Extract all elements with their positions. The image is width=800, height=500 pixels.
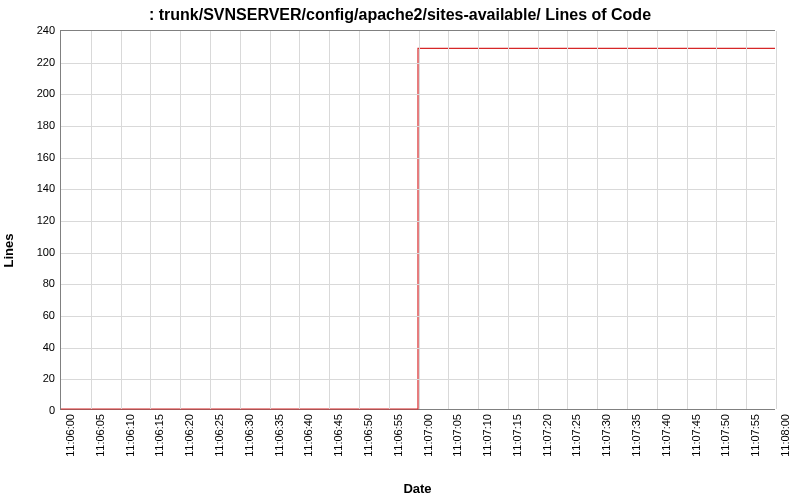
chart-container: : trunk/SVNSERVER/config/apache2/sites-a… [0, 0, 800, 500]
y-tick-label: 200 [20, 87, 55, 99]
x-tick-label: 11:06:50 [362, 414, 374, 457]
x-tick-label: 11:07:15 [511, 414, 523, 457]
gridline-v [657, 31, 658, 409]
gridline-v [240, 31, 241, 409]
x-tick-label: 11:08:00 [779, 414, 791, 457]
x-tick-label: 11:07:50 [719, 414, 731, 457]
y-axis-label-wrap: Lines [0, 0, 18, 500]
x-tick-label: 11:06:15 [153, 414, 165, 457]
gridline-v [329, 31, 330, 409]
gridline-v [776, 31, 777, 409]
x-axis-label: Date [60, 481, 775, 496]
gridline-v [448, 31, 449, 409]
x-tick-label: 11:07:55 [749, 414, 761, 457]
x-tick-label: 11:07:35 [630, 414, 642, 457]
x-tick-label: 11:07:25 [570, 414, 582, 457]
x-tick-label: 11:06:00 [64, 414, 76, 457]
y-tick-label: 160 [20, 151, 55, 163]
chart-title: : trunk/SVNSERVER/config/apache2/sites-a… [0, 6, 800, 24]
gridline-v [687, 31, 688, 409]
gridline-v [150, 31, 151, 409]
x-tick-label: 11:06:35 [273, 414, 285, 457]
gridline-v [419, 31, 420, 409]
x-tick-label: 11:06:05 [94, 414, 106, 457]
gridline-v [478, 31, 479, 409]
x-tick-label: 11:07:05 [451, 414, 463, 457]
x-tick-label: 11:06:30 [243, 414, 255, 457]
x-tick-label: 11:06:40 [302, 414, 314, 457]
gridline-v [746, 31, 747, 409]
x-tick-label: 11:07:40 [660, 414, 672, 457]
x-tick-label: 11:07:20 [541, 414, 553, 457]
x-tick-label: 11:07:10 [481, 414, 493, 457]
gridline-v [91, 31, 92, 409]
x-tick-label: 11:07:00 [422, 414, 434, 457]
gridline-v [180, 31, 181, 409]
x-tick-label: 11:06:20 [183, 414, 195, 457]
gridline-v [270, 31, 271, 409]
x-tick-label: 11:06:55 [392, 414, 404, 457]
y-tick-label: 140 [20, 182, 55, 194]
y-tick-label: 80 [20, 277, 55, 289]
gridline-v [597, 31, 598, 409]
gridline-v [210, 31, 211, 409]
plot-area [60, 30, 775, 410]
gridline-v [716, 31, 717, 409]
y-tick-label: 180 [20, 119, 55, 131]
gridline-v [538, 31, 539, 409]
y-tick-label: 100 [20, 246, 55, 258]
gridline-v [627, 31, 628, 409]
x-tick-label: 11:07:45 [690, 414, 702, 457]
gridline-v [121, 31, 122, 409]
y-tick-label: 220 [20, 56, 55, 68]
x-tick-label: 11:06:25 [213, 414, 225, 457]
gridline-v [299, 31, 300, 409]
gridline-v [389, 31, 390, 409]
x-tick-label: 11:06:45 [332, 414, 344, 457]
y-tick-label: 20 [20, 372, 55, 384]
y-tick-label: 40 [20, 341, 55, 353]
x-tick-label: 11:07:30 [600, 414, 612, 457]
gridline-v [508, 31, 509, 409]
y-tick-label: 240 [20, 24, 55, 36]
gridline-v [359, 31, 360, 409]
y-tick-label: 120 [20, 214, 55, 226]
y-axis-label: Lines [2, 233, 17, 267]
y-tick-label: 60 [20, 309, 55, 321]
gridline-v [567, 31, 568, 409]
x-tick-label: 11:06:10 [124, 414, 136, 457]
y-tick-label: 0 [20, 404, 55, 416]
